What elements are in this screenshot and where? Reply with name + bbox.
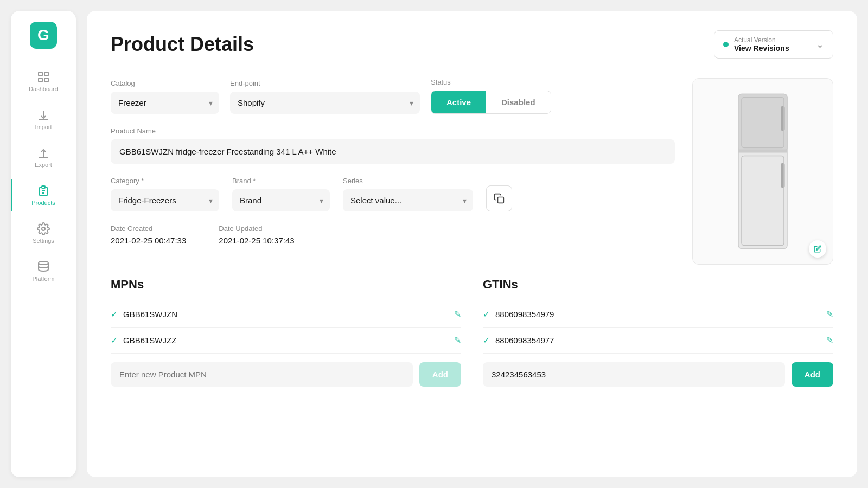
svg-rect-1	[44, 72, 48, 76]
dashboard-icon	[37, 70, 50, 84]
svg-rect-4	[42, 186, 45, 188]
product-image-panel	[692, 78, 833, 265]
brand-group: Brand * Brand LG Samsung Bosch	[232, 177, 330, 211]
form-main: Catalog Freezer Fridge Washing Machine E…	[111, 78, 675, 265]
check-icon-1: ✓	[111, 335, 118, 345]
gtin-value-0: 8806098354979	[495, 310, 554, 319]
export-icon	[37, 146, 50, 159]
mpn-item-left-0: ✓ GBB61SWJZN	[111, 309, 177, 319]
sidebar-item-settings[interactable]: Settings	[19, 217, 68, 249]
status-active-button[interactable]: Active	[431, 91, 486, 113]
settings-icon	[37, 222, 50, 235]
gtin-item-1: ✓ 8806098354977 ✎	[483, 328, 833, 354]
product-name-label: Product Name	[111, 127, 675, 135]
gtin-value-1: 8806098354977	[495, 336, 554, 345]
svg-rect-0	[39, 72, 42, 76]
view-revisions-link[interactable]: View Revisions	[734, 44, 810, 53]
status-toggle: Active Disabled	[431, 91, 551, 114]
gtin-edit-0[interactable]: ✎	[826, 309, 833, 319]
gtin-check-icon-0: ✓	[483, 309, 490, 319]
copy-button[interactable]	[486, 185, 512, 211]
version-text: Actual Version View Revisions	[734, 36, 810, 53]
mpn-item-1: ✓ GBB61SWJZZ ✎	[111, 328, 461, 354]
mpn-item-left-1: ✓ GBB61SWJZZ	[111, 335, 176, 345]
date-created-value: 2021-02-25 00:47:33	[111, 236, 186, 245]
category-group: Category * Fridge-Freezers Freezers Frid…	[111, 177, 219, 211]
svg-point-6	[39, 261, 48, 265]
catalog-group: Catalog Freezer Fridge Washing Machine	[111, 79, 219, 114]
gtin-edit-1[interactable]: ✎	[826, 335, 833, 345]
date-updated-label: Date Updated	[219, 224, 294, 233]
endpoint-select-wrapper[interactable]: Shopify WooCommerce Magento	[230, 92, 420, 114]
mpn-edit-0[interactable]: ✎	[454, 309, 461, 319]
status-disabled-button[interactable]: Disabled	[486, 91, 551, 113]
date-updated-value: 2021-02-25 10:37:43	[219, 236, 294, 245]
category-label: Category *	[111, 177, 219, 185]
gtin-add-row: Add	[483, 362, 833, 387]
mpn-gtin-row: MPNs ✓ GBB61SWJZN ✎ ✓ GBB61SWJZZ ✎ Add	[111, 278, 833, 387]
svg-rect-3	[44, 78, 48, 82]
product-image	[730, 90, 795, 253]
product-name-input[interactable]	[111, 139, 675, 164]
logo: G	[30, 22, 57, 49]
top-form-area: Catalog Freezer Fridge Washing Machine E…	[111, 78, 833, 265]
svg-point-5	[42, 227, 45, 230]
mpn-add-row: Add	[111, 362, 461, 387]
brand-select[interactable]: Brand LG Samsung Bosch	[232, 189, 330, 211]
svg-rect-9	[738, 94, 787, 151]
endpoint-label: End-point	[230, 79, 420, 87]
sidebar-item-import[interactable]: Import	[19, 103, 68, 136]
date-created-label: Date Created	[111, 224, 186, 233]
mpn-add-button[interactable]: Add	[419, 362, 461, 387]
date-created-group: Date Created 2021-02-25 00:47:33	[111, 224, 186, 245]
mpn-value-1: GBB61SWJZZ	[123, 336, 176, 345]
check-icon-0: ✓	[111, 309, 118, 319]
gtin-section: GTINs ✓ 8806098354979 ✎ ✓ 8806098354977 …	[483, 278, 833, 387]
page-header: Product Details Actual Version View Revi…	[111, 30, 833, 59]
svg-rect-7	[498, 197, 504, 203]
platform-icon	[37, 260, 50, 273]
endpoint-select[interactable]: Shopify WooCommerce Magento	[230, 92, 420, 114]
category-select-wrapper[interactable]: Fridge-Freezers Freezers Fridges	[111, 189, 219, 211]
mpn-value-0: GBB61SWJZN	[123, 310, 177, 319]
mpn-input[interactable]	[111, 362, 413, 387]
product-name-group: Product Name	[111, 127, 675, 164]
category-brand-series-row: Category * Fridge-Freezers Freezers Frid…	[111, 177, 675, 211]
brand-select-wrapper[interactable]: Brand LG Samsung Bosch	[232, 189, 330, 211]
gtin-item-left-1: ✓ 8806098354977	[483, 335, 554, 345]
mpn-section: MPNs ✓ GBB61SWJZN ✎ ✓ GBB61SWJZZ ✎ Add	[111, 278, 461, 387]
gtin-add-button[interactable]: Add	[792, 362, 833, 387]
gtin-check-icon-1: ✓	[483, 335, 490, 345]
sidebar-item-platform[interactable]: Platform	[19, 255, 68, 287]
gtin-item-0: ✓ 8806098354979 ✎	[483, 301, 833, 328]
series-group: Series Select value...	[343, 177, 473, 211]
svg-rect-2	[39, 78, 42, 82]
gtin-title: GTINs	[483, 278, 833, 292]
catalog-select[interactable]: Freezer Fridge Washing Machine	[111, 92, 219, 114]
date-updated-group: Date Updated 2021-02-25 10:37:43	[219, 224, 294, 245]
gtin-input[interactable]	[483, 362, 785, 387]
series-select[interactable]: Select value...	[343, 189, 473, 211]
mpn-edit-1[interactable]: ✎	[454, 335, 461, 345]
mpn-title: MPNs	[111, 278, 461, 292]
brand-label: Brand *	[232, 177, 330, 185]
sidebar-item-dashboard[interactable]: Dashboard	[19, 65, 68, 98]
products-icon	[37, 184, 50, 197]
import-icon	[37, 108, 50, 121]
version-dot	[723, 42, 729, 47]
status-group: Status Active Disabled	[431, 78, 551, 114]
series-select-wrapper[interactable]: Select value...	[343, 189, 473, 211]
version-selector[interactable]: Actual Version View Revisions ⌄	[714, 30, 833, 59]
svg-rect-10	[738, 150, 787, 153]
image-edit-button[interactable]	[809, 240, 826, 258]
catalog-select-wrapper[interactable]: Freezer Fridge Washing Machine	[111, 92, 219, 114]
series-label: Series	[343, 177, 473, 185]
version-label: Actual Version	[734, 36, 810, 44]
main-content: Product Details Actual Version View Revi…	[87, 11, 857, 477]
sidebar-item-products[interactable]: Products	[11, 179, 76, 211]
sidebar-item-export[interactable]: Export	[19, 141, 68, 174]
dates-row: Date Created 2021-02-25 00:47:33 Date Up…	[111, 224, 675, 245]
copy-icon	[494, 193, 505, 204]
category-select[interactable]: Fridge-Freezers Freezers Fridges	[111, 189, 219, 211]
page-title: Product Details	[111, 33, 254, 56]
